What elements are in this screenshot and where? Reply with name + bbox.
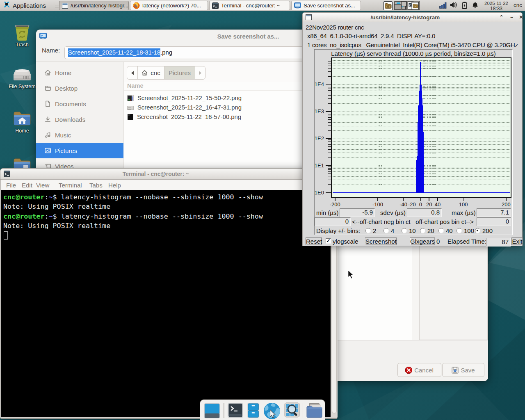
volume-icon[interactable]	[450, 2, 458, 10]
screenshot-button[interactable]: Screenshot	[365, 237, 397, 245]
sdev-entry[interactable]: 0.8	[407, 208, 442, 217]
plot-grid-dash	[434, 143, 436, 144]
terminal-titlebar[interactable]: Terminal - cnc@router: ~	[0, 169, 337, 180]
dock-item-file-manager[interactable]	[245, 402, 261, 419]
path-back-button[interactable]	[127, 66, 138, 79]
bins-radio-4[interactable]	[383, 228, 389, 233]
glxgears-button[interactable]: Glxgears	[410, 237, 435, 245]
plot-grid-dash	[434, 93, 436, 94]
path-current-button[interactable]: Pictures	[164, 66, 195, 79]
reset-button[interactable]: Reset	[306, 237, 322, 245]
max-entry[interactable]: 7.1	[477, 208, 511, 217]
sidebar-item-downloads[interactable]: Downloads	[36, 112, 123, 127]
battery-icon[interactable]	[462, 2, 467, 11]
plot-grid-dash	[423, 112, 425, 112]
terminal-screen[interactable]: cnc@router:~$ latency-histogram --nobase…	[1, 190, 331, 417]
path-home-button[interactable]: cnc	[138, 66, 164, 79]
pos-bin-entry[interactable]: 0	[477, 217, 511, 226]
desktop-icon-trash[interactable]: Trash	[5, 23, 40, 48]
plot-grid-dash	[434, 141, 436, 142]
taskbar-button-4[interactable]: Save screenshot as...	[291, 1, 361, 10]
home-icon	[13, 109, 32, 127]
plot-grid-dash	[434, 126, 436, 126]
y-major-tick	[326, 192, 331, 193]
screenshooter-tray-icon[interactable]	[383, 1, 393, 10]
terminal-menu-terminal[interactable]: Terminal	[59, 182, 82, 189]
dock-terminal-icon	[227, 402, 244, 418]
plot-grid-dash	[381, 170, 382, 171]
exit-button[interactable]: Exit	[511, 237, 523, 245]
window-icon	[62, 3, 68, 9]
bins-radio-2[interactable]	[365, 228, 371, 233]
file-thumbnail	[127, 95, 134, 101]
bins-radio-10[interactable]	[402, 228, 407, 233]
terminal-menu-tabs[interactable]: Tabs	[89, 182, 103, 189]
elapsed-entry[interactable]: 87	[486, 238, 511, 247]
plot-grid-dash	[434, 98, 436, 99]
path-forward-button[interactable]	[195, 66, 205, 79]
min-entry[interactable]: -5.9	[340, 208, 375, 217]
terminal-menu-help[interactable]: Help	[108, 182, 121, 189]
dock-item-show-desktop[interactable]	[202, 402, 222, 419]
plot-grid-dash	[379, 87, 380, 88]
bins-radio-label-4: 4	[391, 227, 394, 234]
save-button[interactable]: Save	[442, 363, 484, 377]
sidebar-item-desktop[interactable]: Desktop	[36, 80, 123, 96]
terminal-menu-view[interactable]: View	[36, 182, 49, 189]
filename-selected-text: Screenshot_2025-11-22_18-31-18	[68, 48, 160, 57]
plot-grid-dash	[429, 84, 431, 85]
plot-grid-dash	[432, 158, 434, 158]
close-button[interactable]: ✕	[518, 14, 524, 21]
bins-radio-100[interactable]	[457, 228, 462, 233]
plot-grid-dash	[434, 122, 436, 123]
cancel-button[interactable]: Cancel	[397, 363, 441, 377]
x-tick	[420, 198, 421, 201]
plot-grid-dash	[427, 113, 428, 114]
network-icon[interactable]	[439, 2, 447, 10]
plot-grid-dash	[381, 165, 382, 166]
chevron-right-icon	[199, 71, 202, 75]
plot-grid-dash	[434, 103, 436, 104]
filesystem-icon	[13, 65, 32, 83]
plot-grid-dash	[381, 173, 382, 174]
plot-grid-dash	[434, 91, 436, 91]
taskbar-button-1[interactable]: /usr/bin/latency-histogr...	[59, 1, 129, 10]
sidebar-item-documents[interactable]: Documents	[36, 96, 123, 112]
plot-grid-dash	[434, 120, 436, 121]
taskbar-button-3[interactable]: Terminal - cnc@router: ~	[209, 1, 290, 10]
sidebar-item-music[interactable]: Music	[36, 127, 123, 143]
sidebar-item-home[interactable]: Home	[36, 65, 123, 80]
desktop-icon-home[interactable]: Home	[5, 109, 40, 134]
taskbar-button-2[interactable]: latency (netowork?) 70...	[130, 1, 208, 10]
bell-icon[interactable]	[472, 2, 479, 10]
clock[interactable]: 2025-11-2218:33	[482, 0, 511, 11]
bins-radio-200[interactable]	[475, 228, 480, 233]
plot-grid-dash	[381, 113, 382, 114]
terminal-menu-file[interactable]: File	[6, 182, 16, 189]
dock-item-app-finder[interactable]	[283, 402, 301, 418]
minimize-button[interactable]: –	[509, 14, 515, 21]
terminal-menu-edit[interactable]: Edit	[22, 182, 32, 189]
plot-grid-dash	[429, 62, 431, 62]
plot-grid-dash	[427, 126, 428, 126]
tasklist-grip[interactable]	[55, 3, 59, 8]
dock-item-web-browser[interactable]	[261, 402, 283, 420]
plot-grid-dash	[379, 140, 380, 141]
dock-item-terminal[interactable]	[226, 402, 245, 418]
shade-button[interactable]: ⌃	[498, 14, 504, 21]
plot-grid-dash	[432, 103, 434, 104]
sidebar-item-pictures[interactable]: Pictures	[36, 143, 123, 158]
desktop-icon-file-system[interactable]: File System	[5, 65, 40, 89]
dock-item-file-folder[interactable]	[304, 402, 325, 419]
plot-grid-dash	[423, 122, 425, 123]
ylogscale-checkbox[interactable]: ✓	[326, 238, 331, 244]
y-minor-tick	[328, 168, 331, 169]
bins-radio-20[interactable]	[420, 228, 425, 233]
y-minor-tick	[328, 103, 331, 104]
histogram-titlebar[interactable]: /usr/bin/latency-histogram ⌃ – ✕	[303, 13, 522, 22]
neg-bin-entry[interactable]: 0	[315, 217, 351, 226]
bins-radio-40[interactable]	[438, 228, 444, 233]
plot-grid-dash	[429, 141, 431, 142]
applications-menu-button[interactable]: Applications	[0, 0, 49, 11]
workspace-pager[interactable]	[394, 1, 420, 10]
